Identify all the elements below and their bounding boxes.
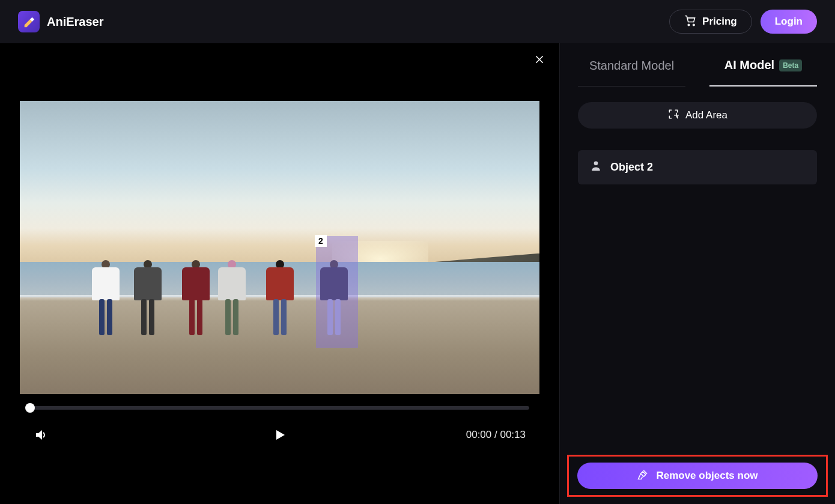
video-frame[interactable]: 2 xyxy=(20,101,539,394)
tab-ai-model[interactable]: AI Model Beta xyxy=(709,58,817,87)
time-display: 00:00 / 00:13 xyxy=(466,429,526,441)
selection-label: 2 xyxy=(315,235,327,247)
person-silhouette xyxy=(182,260,210,335)
svg-point-1 xyxy=(693,24,695,26)
broom-icon xyxy=(637,469,649,484)
brand-name: AniEraser xyxy=(47,15,104,29)
tab-standard-model[interactable]: Standard Model xyxy=(578,59,685,87)
add-area-button[interactable]: Add Area xyxy=(578,102,817,129)
header-actions: Pricing Login xyxy=(669,10,817,34)
model-tabs: Standard Model AI Model Beta xyxy=(578,43,817,87)
pricing-button[interactable]: Pricing xyxy=(669,10,752,34)
volume-button[interactable] xyxy=(34,428,48,442)
brand: AniEraser xyxy=(18,11,104,32)
side-panel: Standard Model AI Model Beta Add Area xyxy=(560,43,835,504)
beta-badge: Beta xyxy=(779,59,802,71)
app-header: AniEraser Pricing Login xyxy=(0,0,835,43)
current-time: 00:00 xyxy=(466,429,492,440)
remove-label: Remove objects now xyxy=(656,470,758,482)
add-area-label: Add Area xyxy=(685,109,727,121)
app-logo-icon xyxy=(18,11,40,32)
total-time: 00:13 xyxy=(500,429,526,440)
object-selection-box[interactable]: 2 xyxy=(316,236,358,348)
login-button[interactable]: Login xyxy=(761,10,817,34)
video-controls: 00:00 / 00:13 xyxy=(0,406,559,454)
svg-point-0 xyxy=(688,24,690,26)
remove-objects-button[interactable]: Remove objects now xyxy=(577,463,818,489)
tab-ai-label: AI Model xyxy=(724,58,774,72)
add-area-icon xyxy=(667,108,679,123)
svg-point-2 xyxy=(594,162,598,166)
pricing-label: Pricing xyxy=(702,16,737,28)
login-label: Login xyxy=(775,16,803,27)
tab-standard-label: Standard Model xyxy=(589,59,674,73)
workspace: 2 00:00 / 00:1 xyxy=(0,43,835,504)
object-row[interactable]: Object 2 xyxy=(578,150,817,184)
person-silhouette xyxy=(134,260,162,335)
person-silhouette xyxy=(218,260,246,335)
person-silhouette xyxy=(266,260,294,335)
person-icon xyxy=(590,160,602,175)
remove-highlight-frame: Remove objects now xyxy=(567,455,828,497)
progress-thumb[interactable] xyxy=(25,403,35,413)
object-label: Object 2 xyxy=(610,161,653,174)
play-button[interactable] xyxy=(273,428,287,442)
cart-icon xyxy=(684,14,696,29)
person-silhouette xyxy=(92,260,120,335)
video-panel: 2 00:00 / 00:1 xyxy=(0,43,560,504)
close-button[interactable] xyxy=(534,54,545,67)
progress-track[interactable] xyxy=(30,406,529,410)
sky-layer xyxy=(20,101,539,271)
